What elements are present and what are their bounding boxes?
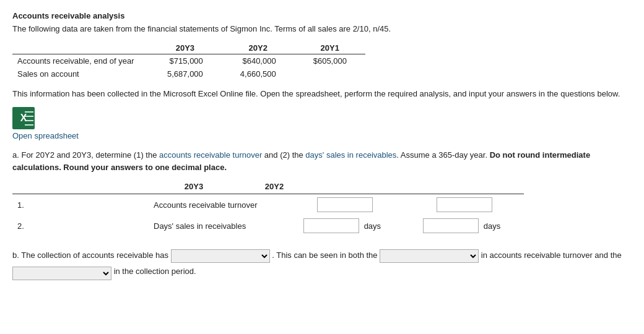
- answer-row2-input1-cell: days: [285, 215, 404, 236]
- header-20y3: 20Y3: [149, 42, 222, 54]
- row2-label: Sales on account: [12, 67, 149, 80]
- turnover-20y2-input[interactable]: [437, 197, 492, 212]
- answer-row-2: 2. Days' sales in receivables days days: [12, 215, 524, 236]
- excel-link-area: X Open spreadsheet: [12, 107, 632, 140]
- answer-headers: 20Y3 20Y2: [12, 182, 632, 191]
- part-b: b. The collection of accounts receivable…: [12, 247, 632, 280]
- answer-col1-header: 20Y3: [154, 182, 234, 191]
- answer-col2-header: 20Y2: [234, 182, 315, 191]
- row2-y2: 4,660,500: [222, 67, 295, 80]
- question-a-middle: and (2) the: [262, 150, 305, 160]
- data-table: 20Y3 20Y2 20Y1 Accounts receivable, end …: [12, 42, 365, 80]
- days-label-1: days: [364, 221, 381, 231]
- row2-y3: 5,687,000: [149, 67, 222, 80]
- excel-line: [25, 124, 33, 126]
- part-b-end: in the collection period.: [114, 267, 196, 276]
- answer-table: 1. Accounts receivable turnover 2. Days'…: [12, 194, 524, 236]
- question-a-link2[interactable]: days' sales in receivables: [305, 150, 396, 160]
- row1-y2: $640,000: [222, 54, 295, 68]
- part-b-prefix: b. The collection of accounts receivable…: [12, 250, 168, 260]
- answer-row1-num: 1.: [12, 194, 149, 216]
- question-a-text: a. For 20Y2 and 20Y3, determine (1) the …: [12, 149, 632, 173]
- question-a-link1[interactable]: accounts receivable turnover: [159, 150, 262, 160]
- days-sales-20y3-input[interactable]: [303, 218, 359, 233]
- row1-y3: $715,000: [149, 54, 222, 68]
- intro-text: The following data are taken from the fi…: [12, 24, 632, 33]
- excel-x-letter: X: [20, 113, 27, 123]
- collection-select-2[interactable]: increase decrease: [380, 249, 479, 263]
- row2-y1: [295, 67, 365, 80]
- answer-row1-label: Accounts receivable turnover: [149, 194, 285, 216]
- answer-row2-input2-cell: days: [404, 215, 524, 236]
- answer-row1-input1-cell: [285, 194, 404, 216]
- row1-y1: $605,000: [295, 54, 365, 68]
- row1-label: Accounts receivable, end of year: [12, 54, 149, 68]
- excel-icon: X: [12, 107, 35, 129]
- part-b-suffix: in accounts receivable turnover and the: [481, 250, 622, 260]
- answer-row-1: 1. Accounts receivable turnover: [12, 194, 524, 216]
- answer-row2-label: Days' sales in receivables: [149, 215, 285, 236]
- header-20y1: 20Y1: [295, 42, 365, 54]
- collection-select-3[interactable]: increase decrease: [12, 267, 111, 280]
- answer-row2-num: 2.: [12, 215, 149, 236]
- part-b-middle: . This can be seen in both the: [272, 250, 377, 260]
- turnover-20y3-input[interactable]: [317, 197, 373, 212]
- open-spreadsheet-link[interactable]: Open spreadsheet: [12, 131, 79, 140]
- days-label-2: days: [484, 221, 500, 231]
- question-a-prefix: a. For 20Y2 and 20Y3, determine (1) the: [12, 150, 159, 160]
- page-title: Accounts receivable analysis: [12, 11, 632, 20]
- question-a-suffix: . Assume a 365-day year.: [396, 150, 489, 160]
- collection-select-1[interactable]: improved declined remained the same: [171, 249, 270, 263]
- header-20y2: 20Y2: [222, 42, 295, 54]
- days-sales-20y2-input[interactable]: [423, 218, 479, 233]
- info-text: This information has been collected in t…: [12, 89, 632, 98]
- answer-row1-input2-cell: [404, 194, 524, 216]
